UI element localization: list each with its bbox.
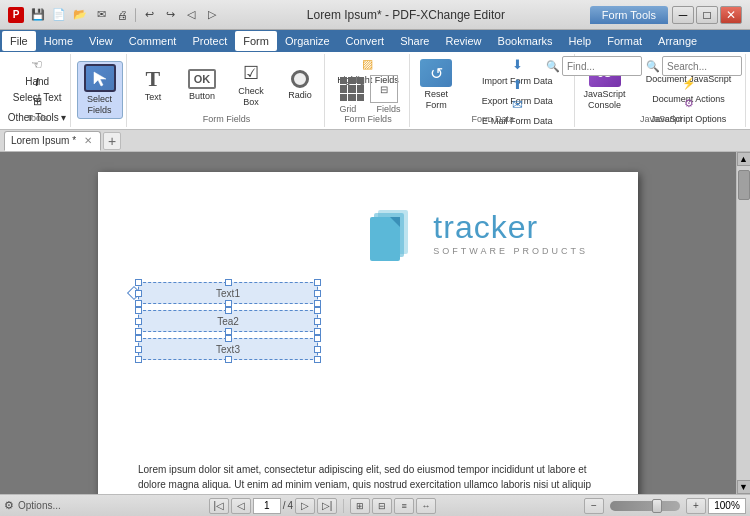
zoom-slider[interactable] — [610, 501, 680, 511]
menu-protect[interactable]: Protect — [184, 31, 235, 51]
handle-tl-2[interactable] — [135, 307, 142, 314]
handle-tc-3[interactable] — [225, 335, 232, 342]
handle-bl-1[interactable] — [135, 300, 142, 307]
content-area[interactable]: tracker SOFTWARE PRODUCTS — [0, 152, 736, 494]
menu-form[interactable]: Form — [235, 31, 277, 51]
vertical-scrollbar[interactable]: ▲ ▼ — [736, 152, 750, 494]
document-tab-lorem[interactable]: Lorem Ipsum * ✕ — [4, 131, 101, 151]
hand-tool-button[interactable]: ☜ Hand — [7, 56, 67, 74]
handle-ml-1[interactable] — [135, 290, 142, 297]
handle-bc-3[interactable] — [225, 356, 232, 363]
forward-icon[interactable]: ▷ — [202, 5, 222, 25]
handle-tc-2[interactable] — [225, 307, 232, 314]
handle-tr-2[interactable] — [314, 307, 321, 314]
first-page-button[interactable]: |◁ — [209, 498, 229, 514]
scroll-thumb[interactable] — [738, 170, 750, 200]
menu-comment[interactable]: Comment — [121, 31, 185, 51]
menu-bookmarks[interactable]: Bookmarks — [490, 31, 561, 51]
email-quick-icon[interactable]: ✉ — [91, 5, 111, 25]
undo-icon[interactable]: ↩ — [139, 5, 159, 25]
checkbox-field-button[interactable]: ☑ CheckBox — [228, 56, 274, 114]
add-tab-button[interactable]: + — [103, 132, 121, 150]
save-icon[interactable]: 💾 — [28, 5, 48, 25]
handle-mr-3[interactable] — [314, 346, 321, 353]
form-tools-badge[interactable]: Form Tools — [590, 6, 668, 24]
menu-file[interactable]: File — [2, 31, 36, 51]
import-icon: ⬇ — [512, 57, 523, 72]
handle-tl-3[interactable] — [135, 335, 142, 342]
handle-bc-2[interactable] — [225, 328, 232, 335]
last-page-button[interactable]: ▷| — [317, 498, 337, 514]
handle-tc-1[interactable] — [225, 279, 232, 286]
redo-icon[interactable]: ↪ — [160, 5, 180, 25]
fit-width-button[interactable]: ↔ — [416, 498, 436, 514]
status-right: − + — [584, 498, 746, 514]
menu-view[interactable]: View — [81, 31, 121, 51]
options-label[interactable]: Options... — [18, 500, 61, 511]
view-mode-2-button[interactable]: ⊟ — [372, 498, 392, 514]
highlight-fields-button[interactable]: ▨ Highlight Fields — [330, 56, 406, 74]
menu-arrange[interactable]: Arrange — [650, 31, 705, 51]
menu-format[interactable]: Format — [599, 31, 650, 51]
minimize-button[interactable]: ─ — [672, 6, 694, 24]
handle-br-1[interactable] — [314, 300, 321, 307]
tab-close-button[interactable]: ✕ — [84, 135, 92, 146]
select-fields-button[interactable]: SelectFields — [77, 61, 123, 119]
menu-share[interactable]: Share — [392, 31, 437, 51]
ribbon-group-select: SelectFields — [73, 54, 127, 127]
handle-tr-3[interactable] — [314, 335, 321, 342]
prev-page-button[interactable]: ◁ — [231, 498, 251, 514]
tracker-logo: tracker SOFTWARE PRODUCTS — [138, 202, 598, 262]
handle-mr-1[interactable] — [314, 290, 321, 297]
form-fields-group-label: Form Fields — [203, 114, 251, 126]
view-mode-3-button[interactable]: ≡ — [394, 498, 414, 514]
close-button[interactable]: ✕ — [720, 6, 742, 24]
maximize-button[interactable]: □ — [696, 6, 718, 24]
select-text-button[interactable]: I Select Text — [7, 75, 67, 93]
handle-ml-3[interactable] — [135, 346, 142, 353]
menu-help[interactable]: Help — [561, 31, 600, 51]
js-options-button[interactable]: ⚙ JavaScript Options — [634, 96, 744, 114]
menu-home[interactable]: Home — [36, 31, 81, 51]
handle-br-2[interactable] — [314, 328, 321, 335]
handle-br-3[interactable] — [314, 356, 321, 363]
handle-bc-1[interactable] — [225, 300, 232, 307]
scroll-up-button[interactable]: ▲ — [737, 152, 751, 166]
handle-bl-2[interactable] — [135, 328, 142, 335]
text-field-3[interactable]: Text3 — [138, 338, 318, 360]
reset-form-button[interactable]: ↺ ResetForm — [413, 56, 459, 114]
handle-tr-1[interactable] — [314, 279, 321, 286]
handle-tl-1[interactable] — [135, 279, 142, 286]
export-form-button[interactable]: ⬆ Export Form Data — [462, 76, 572, 94]
zoom-out-button[interactable]: − — [584, 498, 604, 514]
print-icon[interactable]: 🖨 — [112, 5, 132, 25]
radio-field-button[interactable]: Radio — [277, 56, 323, 114]
handle-ml-2[interactable] — [135, 318, 142, 325]
scroll-track[interactable] — [738, 166, 750, 480]
next-page-button[interactable]: ▷ — [295, 498, 315, 514]
zoom-thumb[interactable] — [652, 499, 662, 513]
other-tools-button[interactable]: ⊞ Other Tools ▾ — [7, 94, 67, 112]
page-number-input[interactable] — [253, 498, 281, 514]
handle-bl-3[interactable] — [135, 356, 142, 363]
search-input[interactable] — [662, 56, 742, 76]
button-field-button[interactable]: OK Button — [179, 56, 225, 114]
text-field-2[interactable]: Tea2 — [138, 310, 318, 332]
new-icon[interactable]: 📄 — [49, 5, 69, 25]
scroll-down-button[interactable]: ▼ — [737, 480, 751, 494]
zoom-in-button[interactable]: + — [686, 498, 706, 514]
text-field-1[interactable]: Text1 — [138, 282, 318, 304]
find-input[interactable] — [562, 56, 642, 76]
radio-field-icon — [291, 70, 309, 88]
menu-convert[interactable]: Convert — [338, 31, 393, 51]
view-mode-1-button[interactable]: ⊞ — [350, 498, 370, 514]
zoom-input[interactable] — [708, 498, 746, 514]
handle-mr-2[interactable] — [314, 318, 321, 325]
menu-organize[interactable]: Organize — [277, 31, 338, 51]
doc-actions-button[interactable]: ⚡ Document Actions — [634, 76, 744, 94]
menu-review[interactable]: Review — [437, 31, 489, 51]
back-icon[interactable]: ◁ — [181, 5, 201, 25]
text-field-button[interactable]: T Text — [130, 56, 176, 114]
open-icon[interactable]: 📂 — [70, 5, 90, 25]
email-form-button[interactable]: ✉ E-Mail Form Data — [462, 96, 572, 114]
